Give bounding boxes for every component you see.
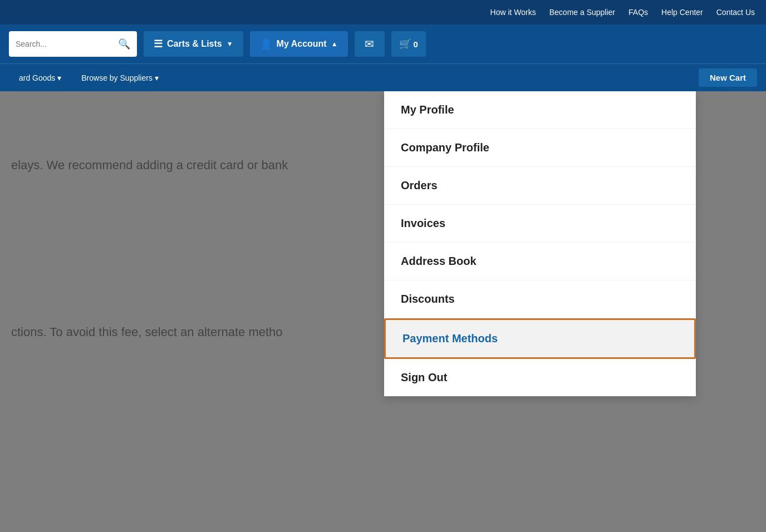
discounts-item[interactable]: Discounts [384, 280, 696, 318]
address-book-item[interactable]: Address Book [384, 243, 696, 280]
browse-suppliers-nav[interactable]: Browse by Suppliers ▾ [71, 64, 169, 91]
chevron-down-icon: ▼ [227, 40, 233, 48]
utility-bar: How it Works Become a Supplier FAQs Help… [0, 0, 766, 24]
invoices-item[interactable]: Invoices [384, 205, 696, 243]
become-supplier-link[interactable]: Become a Supplier [549, 8, 615, 17]
help-center-link[interactable]: Help Center [661, 8, 703, 17]
search-box: 🔍 [9, 31, 137, 57]
payment-methods-item[interactable]: Payment Methods [384, 318, 696, 359]
search-input[interactable] [16, 40, 118, 48]
contact-us-link[interactable]: Contact Us [716, 8, 755, 17]
cart-count: 0 [414, 40, 418, 49]
carts-lists-label: Carts & Lists [167, 39, 222, 49]
new-cart-button[interactable]: New Cart [699, 68, 757, 87]
company-profile-item[interactable]: Company Profile [384, 129, 696, 167]
messages-button[interactable]: ✉ [355, 31, 385, 57]
orders-item[interactable]: Orders [384, 167, 696, 205]
hard-goods-label: ard Goods ▾ [19, 73, 61, 82]
new-cart-label: New Cart [710, 73, 746, 82]
chevron-up-icon: ▲ [331, 40, 338, 48]
my-profile-item[interactable]: My Profile [384, 91, 696, 129]
my-account-button[interactable]: 👤 My Account ▲ [250, 31, 348, 57]
carts-lists-button[interactable]: ☰ Carts & Lists ▼ [144, 31, 243, 57]
cart-button[interactable]: 🛒 0 [391, 31, 426, 57]
page-content: elays. We recommend adding a credit card… [0, 91, 766, 532]
user-icon: 👤 [260, 38, 272, 50]
secondary-nav: ard Goods ▾ Browse by Suppliers ▾ New Ca… [0, 63, 766, 91]
sign-out-item[interactable]: Sign Out [384, 359, 696, 396]
how-it-works-link[interactable]: How it Works [490, 8, 536, 17]
browse-suppliers-label: Browse by Suppliers ▾ [81, 73, 159, 82]
faqs-link[interactable]: FAQs [628, 8, 648, 17]
account-dropdown-menu: My Profile Company Profile Orders Invoic… [384, 91, 696, 396]
hard-goods-nav[interactable]: ard Goods ▾ [9, 64, 71, 91]
main-header: 🔍 ☰ Carts & Lists ▼ 👤 My Account ▲ ✉ 🛒 0 [0, 24, 766, 63]
my-account-label: My Account [277, 39, 327, 49]
search-icon[interactable]: 🔍 [118, 38, 130, 50]
cart-icon: 🛒 [399, 38, 411, 50]
list-icon: ☰ [154, 38, 163, 50]
envelope-icon: ✉ [365, 37, 374, 51]
